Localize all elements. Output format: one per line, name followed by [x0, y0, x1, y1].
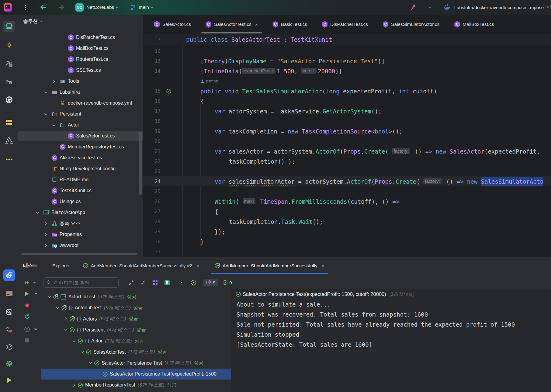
test-filter-field[interactable]: [43, 277, 119, 288]
chevron-down-icon[interactable]: [80, 350, 85, 354]
solution-tree-item[interactable]: Actor: [18, 120, 143, 130]
chevron-right-icon[interactable]: [64, 317, 68, 321]
code-text[interactable]: var taskCompletion = new TaskCompletionS…: [182, 128, 551, 135]
stop-dropdown-icon[interactable]: [34, 328, 38, 331]
editor-tab-salesactortest-cs[interactable]: CSalesActorTest.cs×: [198, 15, 265, 34]
line-number[interactable]: 19: [143, 128, 161, 134]
code-text[interactable]: }: [182, 238, 551, 245]
editor-tab-salesactor-cs[interactable]: CSalesActor.cs: [147, 15, 198, 34]
line-number[interactable]: 13: [143, 58, 161, 64]
solution-tree-item[interactable]: Persistent: [18, 109, 143, 119]
solution-vertical-scrollbar[interactable]: [139, 132, 142, 195]
back-icon[interactable]: [39, 2, 48, 12]
author-annotation[interactable]: psmon: [206, 79, 218, 83]
solution-tree-item[interactable]: Properties: [18, 229, 143, 240]
passed-tests-chip[interactable]: 9: [222, 280, 232, 285]
line-number[interactable]: 24: [143, 179, 161, 184]
line-number[interactable]: 30: [143, 239, 161, 245]
solution-tree-item[interactable]: 종속 요소: [18, 218, 143, 229]
test-tree-row[interactable]: {}ActorLibTest(9개 테스트)성공: [41, 302, 231, 313]
code-text[interactable]: var salesSimulatorActor = actorSystem.Ac…: [182, 177, 551, 186]
line-number[interactable]: 14: [143, 68, 161, 74]
kebab-menu-icon[interactable]: ⋮: [21, 2, 30, 12]
test-tree-row[interactable]: MemberRepositoryTest(3개 테스트)성공: [41, 380, 231, 390]
project-widget[interactable]: NC NetCoreLabs: [74, 2, 121, 12]
solution-tree-item[interactable]: Tools: [18, 76, 143, 86]
solution-tree-item[interactable]: CUsings.cs: [18, 196, 143, 207]
line-number[interactable]: 7: [143, 37, 161, 43]
code-text[interactable]: taskCompletion.Task.Wait();: [182, 218, 551, 225]
branch-widget[interactable]: main: [129, 2, 156, 12]
code-text[interactable]: public void TestSalesSimulatorActor(long…: [182, 88, 551, 95]
chevron-down-icon[interactable]: [47, 295, 52, 299]
chevron-right-icon[interactable]: [43, 243, 48, 248]
solution-tree-item[interactable]: CSSETest.cs: [18, 65, 143, 75]
collapse-all-icon[interactable]: [138, 278, 147, 287]
export-report-icon[interactable]: [162, 278, 172, 287]
code-text[interactable]: psmon: [182, 79, 551, 83]
solution-tree-item[interactable]: CRoutersTest.cs: [18, 54, 143, 64]
solution-tree-item[interactable]: CSalesActorTest.cs: [18, 131, 143, 141]
chevron-down-icon[interactable]: [51, 123, 56, 127]
unit-tests-tool-icon[interactable]: [3, 269, 15, 281]
run-selected-icon[interactable]: [25, 291, 30, 297]
solution-tree-item[interactable]: README.md: [18, 175, 143, 185]
solution-tree-item[interactable]: CMemberRepositoryTest.cs: [18, 142, 143, 152]
editor-tab-dispatchertest-cs[interactable]: CDisPatcherTest.cs: [314, 15, 375, 34]
code-text[interactable]: taskCompletion)) );: [182, 158, 551, 165]
line-number[interactable]: 31: [143, 249, 161, 255]
run-selected-dropdown-icon[interactable]: [34, 293, 38, 295]
chevron-right-icon[interactable]: [51, 79, 56, 84]
expand-all-icon[interactable]: [126, 278, 136, 287]
nuget-tool-icon[interactable]: [3, 288, 15, 299]
database-tool-icon[interactable]: [3, 117, 15, 128]
run-config-name[interactable]: LabsInfra/docker-ravendb-compose...mpose: [454, 5, 544, 10]
line-number[interactable]: 27: [143, 209, 161, 214]
run-play-icon[interactable]: [3, 374, 15, 386]
run-all-tests-icon[interactable]: [23, 278, 32, 287]
line-number[interactable]: 26: [143, 199, 161, 204]
test-tree-row[interactable]: {}Persistent(4개 테스트)성공: [41, 324, 231, 335]
test-tree-row[interactable]: SalesActor Persistence Test(1개 테스트)성공: [41, 358, 231, 369]
solution-tool-icon[interactable]: [3, 21, 15, 32]
group-by-icon[interactable]: [151, 278, 160, 287]
debug-tests-icon[interactable]: [24, 302, 30, 308]
line-number[interactable]: 25: [143, 189, 161, 194]
line-number[interactable]: 12: [143, 48, 161, 54]
code-text[interactable]: Within( max: TimeSpan.FromMilliseconds(c…: [182, 198, 551, 205]
test-tree-row[interactable]: SalesActorTest(1개 테스트)성공: [41, 347, 231, 358]
total-tests-chip[interactable]: 9: [203, 279, 218, 286]
solution-tree-item[interactable]: CMailBoxTest.cs: [18, 43, 143, 54]
code-text[interactable]: public class SalesActorTest : TestKitXun…: [182, 36, 551, 43]
more-options-icon[interactable]: ⋮: [177, 278, 186, 287]
chevron-down-icon[interactable]: [72, 339, 76, 343]
line-number[interactable]: 28: [143, 219, 161, 224]
solution-header[interactable]: 솔루션: [18, 15, 143, 28]
solution-tree-item[interactable]: CDisPatcherTest.cs: [18, 32, 143, 43]
line-number[interactable]: 29: [143, 229, 161, 234]
editor-tab-basictest-cs[interactable]: CBasicTest.cs: [265, 15, 314, 34]
chevron-right-icon[interactable]: [43, 232, 48, 237]
code-text[interactable]: [Theory(DisplayName = "SalesActor Persis…: [182, 58, 551, 64]
run-dropdown-icon[interactable]: [32, 278, 37, 287]
run-chevron-icon[interactable]: [427, 2, 434, 12]
line-number[interactable]: 23: [143, 168, 161, 174]
line-number[interactable]: 21: [143, 148, 161, 154]
line-number[interactable]: 17: [143, 108, 161, 114]
chevron-right-icon[interactable]: [43, 221, 48, 226]
forward-icon[interactable]: [57, 2, 66, 12]
code-text[interactable]: });: [182, 228, 551, 235]
line-number[interactable]: 15: [143, 88, 161, 94]
solution-tree-item[interactable]: wwwroot: [18, 240, 143, 251]
suspend-icon[interactable]: [25, 338, 29, 343]
code-text[interactable]: var actorSystem = _akkaService.GetActorS…: [182, 108, 551, 115]
solution-horizontal-scrollbar[interactable]: [21, 253, 137, 255]
test-tree-row[interactable]: {}Actors(5개 테스트)성공: [41, 314, 231, 324]
more-tools-icon[interactable]: [3, 154, 15, 165]
test-tree-row[interactable]: {}Actor(1개 테스트)성공: [41, 335, 231, 346]
azure-tool-icon[interactable]: [3, 135, 15, 146]
line-number[interactable]: 16: [143, 98, 161, 104]
tab-explorer[interactable]: Explorer: [49, 257, 74, 274]
github-icon[interactable]: [3, 94, 15, 106]
line-number[interactable]: 20: [143, 138, 161, 144]
